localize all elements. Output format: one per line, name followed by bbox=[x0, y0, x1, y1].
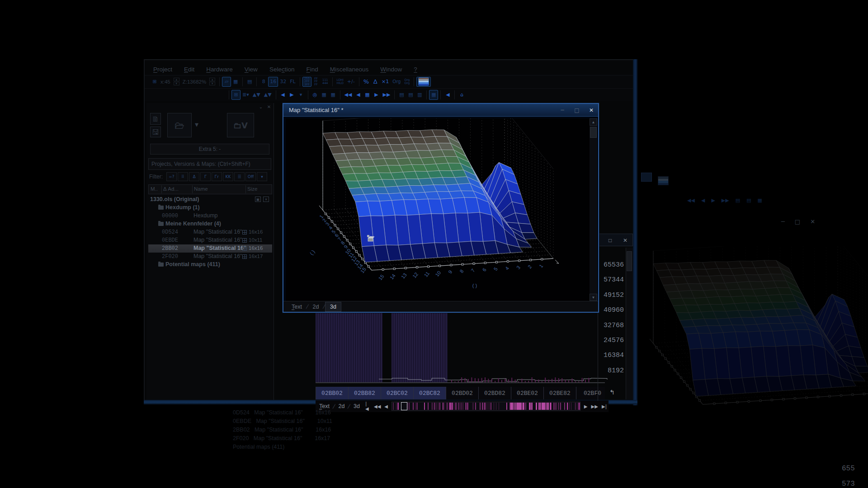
bottom-tab-3d[interactable]: 3d bbox=[350, 402, 363, 410]
prev-icon[interactable]: ◀ bbox=[354, 90, 363, 100]
signed-icon[interactable]: +/- bbox=[345, 77, 357, 87]
projects-search-field[interactable]: Projects, Versions & Maps: (Ctrl+Shift+F… bbox=[148, 158, 271, 170]
next-icon[interactable]: ▶ bbox=[372, 90, 381, 100]
nav-forward-icon[interactable]: ▶ bbox=[288, 90, 297, 100]
far-toolbar-icon[interactable]: ◀ bbox=[701, 197, 705, 203]
home-icon[interactable]: ⌂ bbox=[457, 90, 466, 100]
minimize-icon[interactable]: ─ bbox=[781, 218, 785, 225]
far-toolbar-icon[interactable]: ▶▶ bbox=[722, 197, 729, 203]
maximize-icon[interactable]: □ bbox=[571, 106, 583, 114]
hex-address-cell[interactable]: 02BE82 bbox=[543, 387, 576, 399]
far-colormap-icon[interactable] bbox=[658, 176, 669, 185]
scrollbar-thumb[interactable] bbox=[590, 127, 597, 138]
far-toolbar-icon[interactable] bbox=[641, 173, 652, 182]
far-toolbar-icon[interactable]: ▤ bbox=[736, 197, 740, 203]
tab-3d[interactable]: 3d bbox=[325, 302, 341, 312]
filter-button-2[interactable]: Δ bbox=[189, 172, 199, 181]
minimap-cursor[interactable] bbox=[401, 402, 407, 410]
colormap-icon[interactable] bbox=[416, 77, 431, 87]
first-icon[interactable]: ◀◀ bbox=[343, 90, 354, 100]
hex-address-cell[interactable]: 02BD82 bbox=[478, 387, 511, 399]
hex-address-cell[interactable]: 02BD02 bbox=[446, 387, 478, 399]
surface-3d-plot[interactable]: 1234567891011121314151514131211109876543… bbox=[286, 118, 590, 301]
close-icon[interactable]: ✕ bbox=[623, 237, 627, 244]
hex-address-cell[interactable]: 02BC02 bbox=[381, 387, 413, 399]
open-dropdown-icon[interactable]: ▾ bbox=[193, 121, 200, 127]
original-compare-icon[interactable]: OrgOrg bbox=[402, 77, 411, 87]
close-panel-icon[interactable]: ✕ bbox=[266, 104, 272, 109]
list-view-icon[interactable]: ▤ bbox=[397, 90, 406, 100]
overview-minimap[interactable] bbox=[392, 402, 580, 411]
column-ad[interactable]: Δ Ad... bbox=[163, 186, 179, 192]
filter-button-7[interactable]: Off bbox=[245, 172, 256, 181]
nav-back-icon[interactable]: ◀ bbox=[278, 90, 288, 100]
filter-button-3[interactable]: Γ bbox=[200, 172, 211, 181]
display-255-icon[interactable]: 2552FF3FF bbox=[302, 77, 311, 87]
close-icon[interactable]: ✕ bbox=[585, 106, 597, 114]
filter-button-6[interactable]: ☰ bbox=[234, 172, 245, 181]
menu-window[interactable]: Window bbox=[374, 65, 408, 74]
tree-row[interactable]: Meine Kennfelder (4) bbox=[148, 220, 272, 228]
hex-address-row[interactable]: 02BB0202BB8202BC0202BC8202BD0202BD8202BE… bbox=[316, 387, 605, 399]
spinner-icon[interactable]: ▲▼ bbox=[262, 90, 274, 100]
chart-icon[interactable]: ▦ bbox=[320, 90, 329, 100]
nav-icon[interactable]: ▶| bbox=[600, 404, 609, 409]
detail-view-icon[interactable]: ▤ bbox=[406, 90, 415, 100]
tree-row[interactable]: 0D524Map "Statistical 16"16x16 bbox=[148, 228, 272, 236]
filter-button-8[interactable]: ▾ bbox=[257, 172, 267, 181]
far-toolbar-icon[interactable]: ▤ bbox=[746, 197, 751, 203]
tree-column-header[interactable]: M..Δ Ad...NameSize bbox=[148, 184, 272, 194]
column-size[interactable]: Size bbox=[247, 186, 257, 192]
map-grid-view-icon[interactable]: ▦ bbox=[231, 77, 240, 87]
far-toolbar-icon[interactable]: ▶ bbox=[711, 197, 715, 203]
nav-icon[interactable]: ▶ bbox=[582, 404, 590, 409]
width-32-icon[interactable]: 32 bbox=[278, 77, 288, 87]
menu-find[interactable]: Find bbox=[300, 65, 324, 74]
map-3d-window[interactable]: Map "Statistical 16" * ─ □ ✕ 12345678910… bbox=[283, 103, 599, 313]
bottom-tab-2d[interactable]: 2d bbox=[335, 402, 349, 410]
nav-icon[interactable]: ▶▶ bbox=[590, 404, 600, 409]
dropdown-icon[interactable]: ▾ bbox=[297, 90, 306, 100]
scroll-up-icon[interactable]: ▲ bbox=[590, 118, 597, 126]
project-close-icon[interactable]: ✕ bbox=[263, 197, 269, 202]
filter-button-4[interactable]: Ꮁr bbox=[212, 172, 222, 181]
sphere-icon[interactable]: ◎ bbox=[311, 90, 320, 100]
lohi-hilo-icon[interactable]: LOHIHILO bbox=[335, 77, 345, 87]
tree-row[interactable]: Potential maps (411) bbox=[148, 261, 272, 269]
filter-button-5[interactable]: KK bbox=[223, 172, 233, 181]
column-m[interactable]: M.. bbox=[151, 186, 158, 192]
pin-panel-icon[interactable]: ⌄ bbox=[258, 104, 264, 109]
tree-row[interactable]: 2F020Map "Statistical 16"16x17 bbox=[148, 253, 272, 261]
big-table-icon[interactable]: ▦ bbox=[429, 90, 438, 100]
far-toolbar-icon[interactable]: ◀◀ bbox=[687, 197, 695, 203]
chart-icon[interactable]: ▦ bbox=[329, 90, 338, 100]
width-8-icon[interactable]: 8 bbox=[259, 77, 268, 87]
save-icon[interactable]: 🖫 bbox=[150, 127, 161, 137]
maximize-icon[interactable]: □ bbox=[795, 218, 800, 225]
column-name[interactable]: Name bbox=[194, 186, 208, 192]
spinner-icon[interactable]: ▲▼ bbox=[251, 90, 262, 100]
delta-icon[interactable]: Δ bbox=[371, 77, 380, 87]
scroll-down-icon[interactable]: ▼ bbox=[590, 294, 597, 301]
width-16-icon[interactable]: 16 bbox=[268, 77, 278, 87]
return-arrow-icon[interactable]: ↰ bbox=[609, 389, 615, 396]
close-icon[interactable]: ✕ bbox=[810, 218, 815, 225]
menu-selection[interactable]: Selection bbox=[264, 65, 301, 74]
tab-2d[interactable]: 2d bbox=[308, 302, 324, 311]
grid-icon[interactable]: ⊞ bbox=[150, 77, 159, 87]
map-window-titlebar[interactable]: Map "Statistical 16" * ─ □ ✕ bbox=[283, 104, 598, 117]
menu-project[interactable]: Project bbox=[147, 65, 178, 74]
tree-row[interactable]: 1330.ols (Original)▣✕ bbox=[148, 196, 272, 204]
last-icon[interactable]: ▶▶ bbox=[381, 90, 392, 100]
menu-miscellaneous[interactable]: Miscellaneous bbox=[324, 65, 375, 74]
minimize-icon[interactable]: ─ bbox=[557, 106, 568, 114]
tree-row[interactable]: 0EBDEMap "Statistical 16"10x11 bbox=[148, 236, 272, 244]
hex-address-cell[interactable]: 02BE02 bbox=[511, 387, 543, 399]
nav-icon[interactable]: |◀ bbox=[363, 401, 372, 411]
menu-hardware[interactable]: Hardware bbox=[200, 65, 239, 74]
menu-edit[interactable]: Edit bbox=[178, 65, 200, 74]
width-FL-icon[interactable]: FL bbox=[288, 77, 297, 87]
hexdump-icon[interactable]: ▤ bbox=[245, 77, 254, 87]
zoom-spinner[interactable]: ▲▼ bbox=[209, 78, 215, 85]
tree-row[interactable]: Hexdump (1) bbox=[148, 204, 272, 212]
